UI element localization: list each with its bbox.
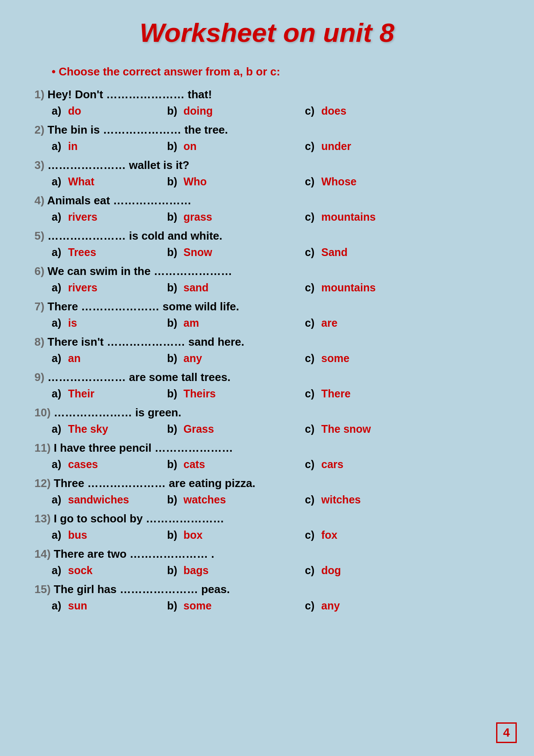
answer-text-b-8: any — [183, 352, 283, 365]
answer-a-1: a) do — [52, 105, 167, 117]
answer-c-5: c) Sand — [305, 246, 420, 259]
letter-a-15: a) — [52, 600, 65, 612]
answer-c-13: c) fox — [305, 529, 420, 541]
answer-text-c-2: under — [321, 140, 420, 153]
letter-b-8: b) — [167, 352, 180, 365]
answer-b-10: b) Grass — [167, 423, 305, 435]
answers-row-15: a) sun b) some c) any — [52, 600, 508, 612]
question-line-12: 12) Three ………………… are eating pizza. — [34, 475, 508, 492]
answer-text-b-4: grass — [183, 211, 283, 223]
question-number-15: 15) — [34, 583, 51, 596]
answer-text-a-10: The sky — [68, 423, 167, 435]
answer-c-7: c) are — [305, 317, 420, 329]
letter-c-1: c) — [305, 105, 318, 117]
question-block-2: 2) The bin is ………………… the tree. a) in b)… — [26, 122, 508, 153]
question-line-9: 9) ………………… are some tall trees. — [34, 369, 508, 386]
answer-c-12: c) witches — [305, 494, 420, 506]
answer-a-8: a) an — [52, 352, 167, 365]
letter-a-9: a) — [52, 387, 65, 400]
answers-row-6: a) rivers b) sand c) mountains — [52, 281, 508, 294]
answers-row-3: a) What b) Who c) Whose — [52, 175, 508, 188]
question-line-14: 14) There are two ………………… . — [34, 546, 508, 562]
question-line-7: 7) There ………………… some wild life. — [34, 298, 508, 315]
question-number-4: 4) — [34, 194, 44, 207]
letter-a-13: a) — [52, 529, 65, 541]
question-line-13: 13) I go to school by ………………… — [34, 510, 508, 527]
question-line-10: 10) ………………… is green. — [34, 404, 508, 421]
answer-b-12: b) watches — [167, 494, 305, 506]
answer-text-c-11: cars — [321, 458, 420, 471]
question-line-5: 5) ………………… is cold and white. — [34, 228, 508, 244]
question-line-2: 2) The bin is ………………… the tree. — [34, 122, 508, 138]
answers-row-1: a) do b) doing c) does — [52, 105, 508, 117]
question-block-10: 10) ………………… is green. a) The sky b) Gras… — [26, 404, 508, 435]
question-block-12: 12) Three ………………… are eating pizza. a) s… — [26, 475, 508, 506]
answers-row-8: a) an b) any c) some — [52, 352, 508, 365]
question-number-3: 3) — [34, 159, 44, 172]
instruction: Choose the correct answer from a, b or c… — [52, 65, 508, 78]
answer-text-b-2: on — [183, 140, 283, 153]
answer-c-1: c) does — [305, 105, 420, 117]
question-number-14: 14) — [34, 547, 51, 560]
answer-text-b-9: Theirs — [183, 387, 283, 400]
answer-a-11: a) cases — [52, 458, 167, 471]
answers-row-4: a) rivers b) grass c) mountains — [52, 211, 508, 223]
answer-b-11: b) cats — [167, 458, 305, 471]
answer-b-2: b) on — [167, 140, 305, 153]
letter-a-11: a) — [52, 458, 65, 471]
letter-a-1: a) — [52, 105, 65, 117]
answer-text-b-1: doing — [183, 105, 283, 117]
answer-b-9: b) Theirs — [167, 387, 305, 400]
answer-a-4: a) rivers — [52, 211, 167, 223]
answer-b-15: b) some — [167, 600, 305, 612]
answer-a-3: a) What — [52, 175, 167, 188]
answer-text-c-15: any — [321, 600, 420, 612]
question-line-1: 1) Hey! Don't ………………… that! — [34, 86, 508, 103]
answer-text-a-2: in — [68, 140, 167, 153]
letter-b-13: b) — [167, 529, 180, 541]
answer-a-12: a) sandwiches — [52, 494, 167, 506]
question-block-9: 9) ………………… are some tall trees. a) Their… — [26, 369, 508, 400]
answer-c-15: c) any — [305, 600, 420, 612]
question-block-3: 3) ………………… wallet is it? a) What b) Who … — [26, 157, 508, 188]
answer-text-c-1: does — [321, 105, 420, 117]
question-line-11: 11) I have three pencil ………………… — [34, 440, 508, 456]
answer-text-a-9: Their — [68, 387, 167, 400]
answer-b-13: b) box — [167, 529, 305, 541]
letter-c-7: c) — [305, 317, 318, 329]
letter-b-15: b) — [167, 600, 180, 612]
question-line-8: 8) There isn't ………………… sand here. — [34, 334, 508, 350]
answer-b-5: b) Snow — [167, 246, 305, 259]
letter-a-2: a) — [52, 140, 65, 153]
letter-a-6: a) — [52, 281, 65, 294]
answer-text-c-4: mountains — [321, 211, 420, 223]
letter-b-4: b) — [167, 211, 180, 223]
answer-text-c-9: There — [321, 387, 420, 400]
page-number: 4 — [496, 722, 517, 743]
answer-text-b-12: watches — [183, 494, 283, 506]
question-block-4: 4) Animals eat ………………… a) rivers b) gras… — [26, 192, 508, 223]
answer-text-a-4: rivers — [68, 211, 167, 223]
answer-text-c-14: dog — [321, 564, 420, 577]
letter-b-11: b) — [167, 458, 180, 471]
question-block-7: 7) There ………………… some wild life. a) is b… — [26, 298, 508, 329]
answer-text-a-12: sandwiches — [68, 494, 167, 506]
question-line-4: 4) Animals eat ………………… — [34, 192, 508, 209]
answer-b-7: b) am — [167, 317, 305, 329]
letter-c-8: c) — [305, 352, 318, 365]
answer-text-a-6: rivers — [68, 281, 167, 294]
letter-b-5: b) — [167, 246, 180, 259]
letter-c-6: c) — [305, 281, 318, 294]
letter-c-5: c) — [305, 246, 318, 259]
answer-text-a-8: an — [68, 352, 167, 365]
letter-b-1: b) — [167, 105, 180, 117]
question-number-13: 13) — [34, 512, 51, 525]
answer-text-a-1: do — [68, 105, 167, 117]
question-number-2: 2) — [34, 123, 44, 136]
answer-a-7: a) is — [52, 317, 167, 329]
answer-c-14: c) dog — [305, 564, 420, 577]
answer-text-c-10: The snow — [321, 423, 420, 435]
answer-a-14: a) sock — [52, 564, 167, 577]
answer-text-a-11: cases — [68, 458, 167, 471]
answer-text-c-13: fox — [321, 529, 420, 541]
